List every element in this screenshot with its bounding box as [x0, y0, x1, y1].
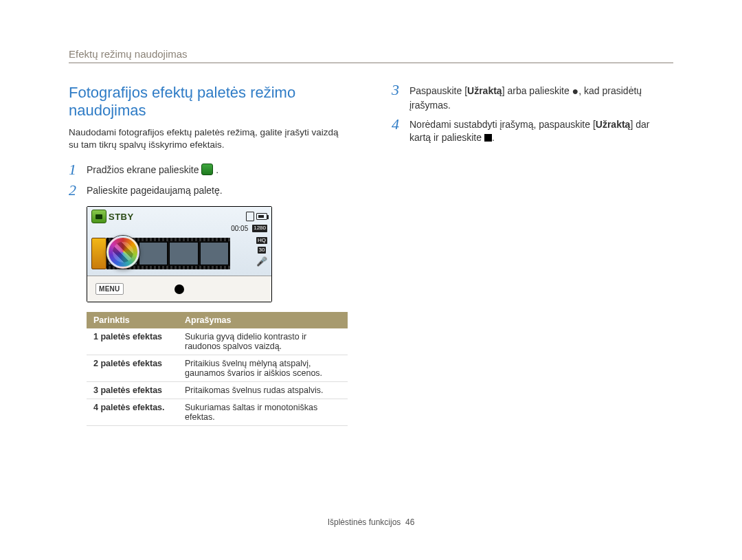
- option-cell: 2 paletės efektas: [87, 355, 178, 382]
- table-row: 3 paletės efektas Pritaikomas švelnus ru…: [87, 382, 348, 399]
- desc-cell: Sukuria gyvą didelio kontrasto ir raudon…: [178, 328, 348, 355]
- stop-square-icon: [484, 134, 492, 142]
- resolution-badge: 1280: [252, 225, 267, 232]
- desc-cell: Pritaikius švelnų mėlyną atspalvį, gauna…: [178, 355, 348, 382]
- mode-icon: [91, 210, 106, 223]
- step-text: Pradžios ekrane palieskite .: [87, 164, 218, 177]
- palette-mode-icon: [201, 164, 213, 175]
- table-row: 1 paletės efektas Sukuria gyvą didelio k…: [87, 328, 348, 355]
- section-intro: Naudodami fotografijos efektų paletės re…: [69, 126, 350, 151]
- film-frame: [200, 242, 229, 265]
- step-2: 2 Palieskite pageidaujamą paletę.: [69, 184, 350, 198]
- film-frame: [139, 242, 168, 265]
- step-number: 3: [392, 82, 409, 98]
- record-button[interactable]: [175, 284, 184, 294]
- section-title: Fotografijos efektų paletės režimo naudo…: [69, 84, 350, 120]
- left-column: Fotografijos efektų paletės režimo naudo…: [69, 84, 350, 426]
- desc-cell: Sukuriamas šaltas ir monotoniškas efekta…: [178, 399, 348, 426]
- page-breadcrumb: Efektų režimų naudojimas: [69, 48, 673, 63]
- film-canister-icon: [91, 238, 106, 269]
- camera-preview: STBY 00:05 1280 HQ 30 🎤: [87, 206, 272, 302]
- table-row: 4 paletės efektas. Sukuriamas šaltas ir …: [87, 399, 348, 426]
- mic-icon: 🎤: [256, 256, 267, 267]
- quality-badge: HQ: [256, 237, 267, 244]
- rec-time: 00:05: [231, 225, 248, 232]
- page-footer: Išplėstinės funkcijos 46: [0, 517, 742, 527]
- right-column: 3 Paspauskite [Užraktą] arba palieskite …: [392, 84, 673, 426]
- step-text: Paspauskite [Užraktą] arba palieskite ●,…: [409, 84, 673, 111]
- table-row: 2 paletės efektas Pritaikius švelnų mėly…: [87, 355, 348, 382]
- step-number: 4: [392, 117, 409, 132]
- desc-cell: Pritaikomas švelnus rudas atspalvis.: [178, 382, 348, 399]
- effects-table: Parinktis Aprašymas 1 paletės efektas Su…: [87, 312, 348, 426]
- standby-badge: STBY: [91, 210, 134, 223]
- standby-label: STBY: [109, 212, 134, 222]
- film-frame: [169, 242, 199, 265]
- option-cell: 4 paletės efektas.: [87, 399, 178, 426]
- option-cell: 1 paletės efektas: [87, 328, 178, 355]
- step-1: 1 Pradžios ekrane palieskite .: [69, 164, 350, 177]
- battery-icon: [256, 213, 267, 220]
- fps-badge: 30: [258, 247, 267, 254]
- option-cell: 3 paletės efektas: [87, 382, 178, 399]
- step-text: Palieskite pageidaujamą paletę.: [87, 184, 223, 197]
- step-text: Norėdami sustabdyti įrašymą, paspauskite…: [409, 118, 673, 144]
- step-4: 4 Norėdami sustabdyti įrašymą, paspauski…: [392, 118, 673, 144]
- table-header-option: Parinktis: [87, 312, 178, 328]
- table-header-desc: Aprašymas: [178, 312, 348, 328]
- step-number: 1: [69, 162, 87, 177]
- step-number: 2: [69, 183, 87, 198]
- step-3: 3 Paspauskite [Užraktą] arba palieskite …: [392, 84, 673, 111]
- menu-button[interactable]: MENU: [95, 283, 124, 295]
- sdcard-icon: [246, 212, 254, 221]
- record-dot-icon: ●: [572, 85, 579, 97]
